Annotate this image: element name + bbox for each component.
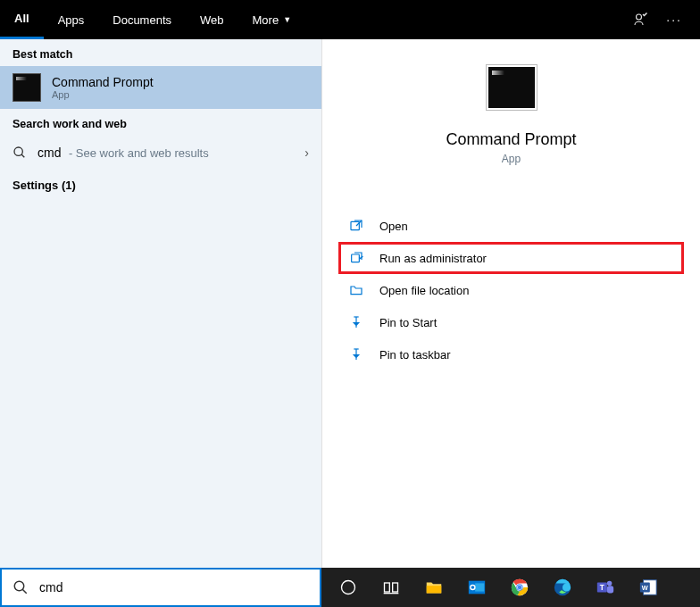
word-icon[interactable]: W	[629, 568, 668, 607]
svg-rect-11	[427, 586, 442, 593]
action-run-admin-label: Run as administrator	[379, 252, 487, 265]
search-web-row[interactable]: cmd - See work and web results ›	[0, 136, 321, 170]
tab-all[interactable]: All	[0, 0, 44, 39]
tab-apps[interactable]: Apps	[44, 0, 99, 39]
action-pin-taskbar[interactable]: Pin to taskbar	[338, 338, 684, 370]
outlook-icon[interactable]	[457, 568, 496, 607]
svg-rect-9	[393, 583, 398, 592]
svg-line-6	[22, 589, 27, 594]
result-subtitle: App	[52, 89, 154, 100]
tab-more[interactable]: More ▼	[238, 0, 306, 39]
action-open-location-label: Open file location	[379, 284, 469, 297]
preview-panel: Command Prompt App Open Run as administr…	[321, 39, 700, 568]
search-box[interactable]	[0, 568, 321, 607]
action-open-location[interactable]: Open file location	[338, 274, 684, 306]
svg-rect-24	[607, 586, 613, 593]
shield-icon	[349, 251, 363, 265]
folder-icon	[349, 283, 363, 297]
edge-icon[interactable]	[543, 568, 582, 607]
svg-point-5	[14, 581, 24, 591]
action-open-label: Open	[379, 220, 408, 233]
taskbar: T W	[321, 568, 700, 607]
tab-web[interactable]: Web	[186, 0, 238, 39]
pin-taskbar-icon	[349, 347, 363, 362]
task-view-icon[interactable]	[371, 568, 411, 607]
svg-text:W: W	[642, 584, 648, 592]
cortana-icon[interactable]	[329, 568, 368, 607]
caret-down-icon: ▼	[283, 15, 291, 24]
search-term: cmd	[38, 146, 61, 160]
chrome-icon[interactable]	[500, 568, 539, 607]
search-tabs-bar: All Apps Documents Web More ▼ ···	[0, 0, 700, 39]
search-input[interactable]	[39, 580, 309, 595]
results-panel: Best match Command Prompt App Search wor…	[0, 39, 321, 568]
search-icon	[12, 579, 29, 595]
pin-start-icon	[349, 315, 363, 329]
preview-title: Command Prompt	[446, 130, 576, 149]
svg-point-0	[637, 14, 642, 20]
tab-documents[interactable]: Documents	[98, 0, 186, 39]
best-match-header: Best match	[0, 39, 321, 66]
svg-line-2	[21, 154, 24, 157]
svg-text:T: T	[600, 584, 604, 592]
feedback-icon[interactable]	[632, 12, 648, 28]
result-command-prompt[interactable]: Command Prompt App	[0, 66, 321, 109]
command-prompt-icon	[12, 73, 41, 102]
teams-icon[interactable]: T	[586, 568, 625, 607]
search-icon	[12, 146, 27, 160]
svg-point-7	[342, 581, 355, 595]
svg-rect-13	[475, 583, 484, 591]
svg-rect-8	[385, 583, 390, 592]
svg-point-15	[471, 586, 475, 589]
settings-header[interactable]: Settings (1)	[0, 170, 321, 201]
svg-point-1	[14, 147, 22, 155]
action-run-admin[interactable]: Run as administrator	[338, 242, 684, 274]
search-work-web-header: Search work and web	[0, 109, 321, 136]
open-icon	[349, 219, 363, 233]
svg-point-23	[607, 581, 612, 586]
svg-rect-4	[352, 254, 360, 262]
chevron-right-icon: ›	[304, 146, 309, 160]
result-title: Command Prompt	[52, 75, 154, 89]
action-pin-start[interactable]: Pin to Start	[338, 306, 684, 338]
ellipsis-icon[interactable]: ···	[666, 12, 682, 27]
search-hint: - See work and web results	[69, 146, 209, 160]
action-pin-start-label: Pin to Start	[379, 316, 437, 329]
action-pin-taskbar-label: Pin to taskbar	[379, 348, 451, 362]
svg-point-19	[518, 586, 522, 590]
action-open[interactable]: Open	[338, 210, 684, 242]
preview-app-icon	[486, 64, 538, 111]
file-explorer-icon[interactable]	[414, 568, 454, 607]
svg-rect-3	[351, 221, 359, 229]
preview-subtitle: App	[502, 153, 521, 165]
